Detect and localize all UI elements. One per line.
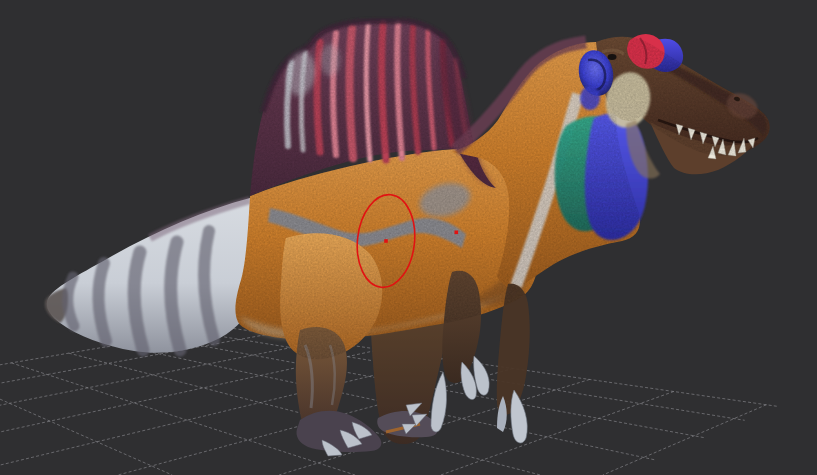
viewport-3d[interactable] — [0, 0, 817, 475]
spinosaurus-model[interactable] — [45, 20, 770, 456]
paint-marker-dot — [455, 231, 459, 235]
texture-overlay — [235, 20, 769, 359]
claw-far-arm — [511, 390, 527, 443]
scene-canvas — [0, 0, 817, 475]
tail — [45, 198, 253, 353]
brush-center-dot — [384, 239, 388, 243]
